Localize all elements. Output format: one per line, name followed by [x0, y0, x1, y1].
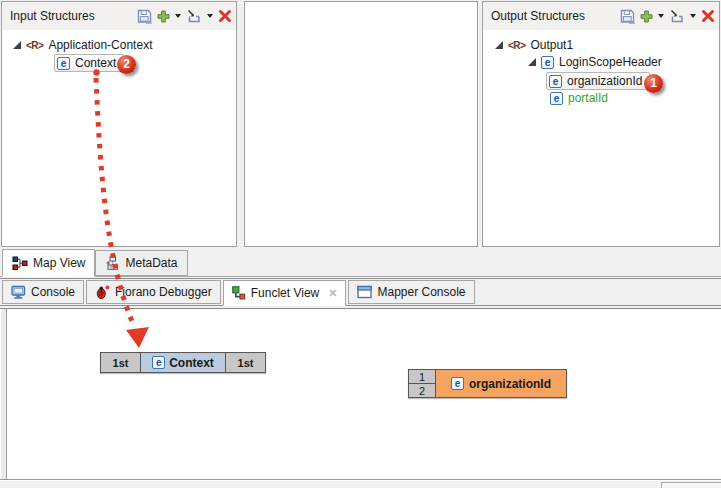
output-structures-toolbar [620, 9, 715, 24]
input-structures-toolbar [137, 9, 232, 24]
output-structures-header: Output Structures [483, 2, 719, 30]
add-structure-button[interactable] [157, 10, 170, 23]
tree-row-loginscopeheader[interactable]: e LoginScopeHeader [483, 55, 662, 69]
console-icon [11, 285, 26, 300]
add-structure-button[interactable] [640, 10, 653, 23]
expander-icon[interactable] [528, 58, 536, 66]
add-structure-dropdown-arrow[interactable] [175, 14, 181, 18]
add-plus-icon [640, 10, 653, 23]
tree-label-application-context: Application-Context [48, 38, 152, 52]
tab-map-view-label: Map View [33, 256, 85, 270]
element-icon: e [451, 377, 464, 390]
map-view-icon [12, 256, 28, 271]
output-structures-panel: Output Structures [482, 1, 720, 247]
import-structure-dropdown-arrow[interactable] [690, 14, 696, 18]
annotation-badge-1: 1 [644, 74, 663, 93]
tree-label-loginscopeheader: LoginScopeHeader [559, 55, 662, 69]
context-node-right-occurrence: 1st [226, 353, 265, 372]
element-icon: e [152, 356, 165, 369]
tab-metadata-label: MetaData [125, 256, 177, 270]
context-node-label: Context [169, 356, 214, 370]
tree-row-output1[interactable]: <R> Output1 [483, 38, 573, 52]
import-icon [669, 9, 685, 24]
funclet-organizationid-node[interactable]: 1 2 e organizationId [408, 369, 567, 398]
import-structure-dropdown-arrow[interactable] [207, 14, 213, 18]
funclet-canvas[interactable]: 1st e Context 1st 1 2 e organizationId [0, 308, 721, 479]
scrollbar-corner [661, 482, 721, 488]
context-node-left-occurrence: 1st [101, 353, 141, 372]
import-icon [186, 9, 202, 24]
context-node-body[interactable]: e Context [141, 353, 226, 372]
add-structure-dropdown-arrow[interactable] [658, 14, 664, 18]
organizationid-node-body[interactable]: e organizationId [436, 370, 566, 397]
expander-icon[interactable] [495, 41, 503, 49]
tree-label-portalid: portalId [568, 91, 608, 105]
organizationid-port-1[interactable]: 1 [409, 370, 435, 384]
tree-label-organizationid: organizationId [567, 74, 642, 88]
tab-metadata[interactable]: MetaData [95, 250, 187, 276]
tab-map-view[interactable]: Map View [2, 249, 95, 277]
mapping-lines-panel [244, 1, 478, 247]
organizationid-node-ports: 1 2 [409, 370, 436, 397]
input-structures-panel: Input Structures [1, 1, 237, 247]
organizationid-port-2[interactable]: 2 [409, 384, 435, 397]
canvas-left-gutter [1, 309, 7, 479]
context-item-chip[interactable]: e Context [54, 54, 124, 72]
import-structure-button[interactable] [669, 9, 685, 24]
element-icon: e [57, 57, 70, 70]
element-icon: e [541, 56, 554, 69]
tab-console-label: Console [31, 285, 75, 299]
tab-mapper-console-label: Mapper Console [377, 285, 465, 299]
root-element-icon: <R> [508, 40, 525, 51]
metadata-icon [105, 256, 120, 271]
annotation-badge-2: 2 [117, 55, 136, 74]
output-structures-title: Output Structures [491, 9, 585, 23]
debugger-bug-icon [95, 285, 110, 300]
input-structures-title: Input Structures [10, 9, 95, 23]
tab-console[interactable]: Console [2, 280, 84, 304]
organizationid-item-chip[interactable]: e organizationId [546, 72, 650, 90]
mapper-console-window-icon [357, 285, 372, 299]
element-icon: e [550, 92, 563, 105]
root-element-icon: <R> [26, 40, 43, 51]
save-icon [137, 9, 152, 24]
tab-fiorano-debugger[interactable]: Fiorano Debugger [86, 280, 221, 304]
horizontal-scrollbar-track[interactable] [0, 479, 721, 488]
structure-view-tabbar: Map View MetaData [0, 247, 721, 277]
organizationid-node-label: organizationId [469, 377, 551, 391]
tab-fiorano-debugger-label: Fiorano Debugger [115, 285, 212, 299]
console-tabbar: Console Fiorano Debugger Funclet View ✕ … [0, 278, 721, 306]
tree-row-context[interactable]: e Context [2, 54, 124, 72]
delete-structure-button[interactable] [218, 9, 232, 23]
tree-row-organizationid[interactable]: e organizationId [483, 72, 650, 90]
save-structure-button[interactable] [137, 9, 152, 24]
save-icon [620, 9, 635, 24]
delete-x-icon [701, 9, 715, 23]
close-tab-icon[interactable]: ✕ [328, 287, 337, 300]
tab-funclet-view-label: Funclet View [251, 286, 319, 300]
tab-mapper-console[interactable]: Mapper Console [348, 280, 474, 304]
delete-structure-button[interactable] [701, 9, 715, 23]
add-plus-icon [157, 10, 170, 23]
import-structure-button[interactable] [186, 9, 202, 24]
input-structures-header: Input Structures [2, 2, 236, 30]
tree-row-application-context[interactable]: <R> Application-Context [2, 38, 152, 52]
tree-label-output1: Output1 [530, 38, 573, 52]
tree-label-context: Context [75, 56, 116, 70]
tab-funclet-view[interactable]: Funclet View ✕ [223, 280, 347, 306]
expander-icon[interactable] [13, 41, 21, 49]
funclet-context-node[interactable]: 1st e Context 1st [100, 352, 266, 373]
element-icon: e [549, 75, 562, 88]
delete-x-icon [218, 9, 232, 23]
save-structure-button[interactable] [620, 9, 635, 24]
funclet-view-icon [232, 286, 246, 300]
tree-row-portalid[interactable]: e portalId [483, 91, 608, 105]
